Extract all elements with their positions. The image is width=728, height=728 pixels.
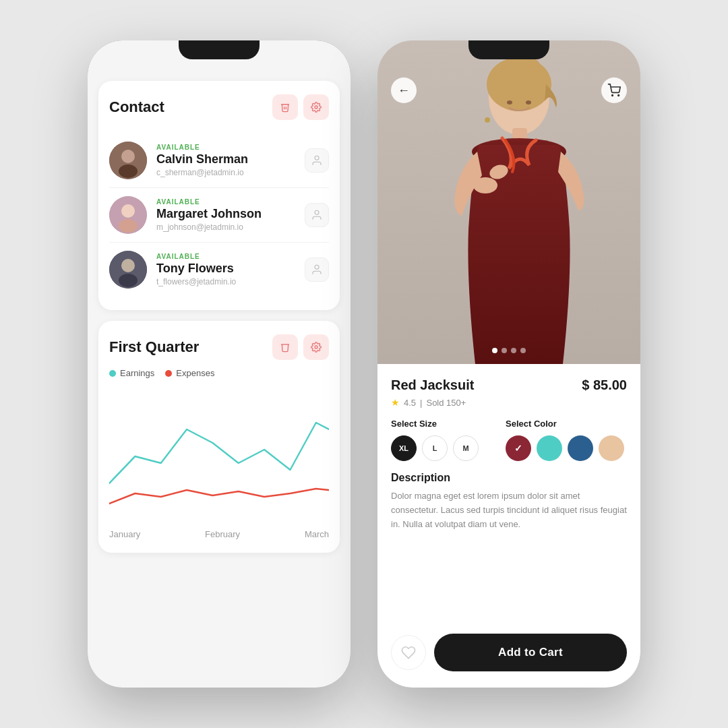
contact-info-1: AVAILABLE Calvin Sherman c_sherman@jetad… xyxy=(156,144,305,177)
svg-point-10 xyxy=(121,259,135,272)
earnings-dot xyxy=(109,370,116,377)
contact-action-btn-3[interactable] xyxy=(305,257,329,282)
svg-point-2 xyxy=(121,150,135,163)
heart-icon xyxy=(401,645,416,660)
dot-3 xyxy=(511,348,516,353)
chart-settings-btn[interactable] xyxy=(303,334,329,360)
svg-point-11 xyxy=(119,274,138,287)
contacts-settings-btn[interactable] xyxy=(303,94,329,120)
size-label: Select Size xyxy=(391,419,479,429)
contact-name-3: Tony Flowers xyxy=(156,262,305,276)
back-button[interactable]: ← xyxy=(391,78,417,103)
svg-point-12 xyxy=(315,265,319,269)
dot-4 xyxy=(520,348,526,353)
chart-labels: January February March xyxy=(109,524,329,539)
notch-1 xyxy=(179,40,260,59)
sold-count: Sold 150+ xyxy=(426,398,466,408)
color-label: Select Color xyxy=(506,419,624,429)
contacts-title: Contact xyxy=(109,98,164,116)
options-row: Select Size XL L M Select Color xyxy=(391,419,627,461)
back-icon: ← xyxy=(398,84,410,98)
contact-email-2: m_johnson@jetadmin.io xyxy=(156,222,305,232)
star-icon: ★ xyxy=(391,397,400,408)
wishlist-button[interactable] xyxy=(391,635,426,670)
cart-button[interactable] xyxy=(601,78,627,103)
legend-earnings: Earnings xyxy=(109,368,154,378)
contact-action-btn-2[interactable] xyxy=(305,203,329,227)
contact-email-1: c_sherman@jetadmin.io xyxy=(156,168,305,177)
contact-available-1: AVAILABLE xyxy=(156,144,305,151)
contact-item-3: AVAILABLE Tony Flowers t_flowers@jetadmi… xyxy=(109,243,329,297)
contact-email-3: t_flowers@jetadmin.io xyxy=(156,277,305,286)
svg-point-6 xyxy=(121,204,135,218)
svg-point-3 xyxy=(119,164,138,178)
size-options: XL L M xyxy=(391,435,479,461)
color-burgundy[interactable] xyxy=(506,435,531,461)
color-beige[interactable] xyxy=(599,435,624,461)
size-option-group: Select Size XL L M xyxy=(391,419,479,461)
product-rating: ★ 4.5 | Sold 150+ xyxy=(391,397,627,408)
chart-card: First Quarter xyxy=(98,321,340,553)
chart-label-feb: February xyxy=(205,529,240,539)
svg-point-8 xyxy=(315,210,319,214)
rating-value: 4.5 xyxy=(404,398,416,408)
contacts-card: Contact xyxy=(98,81,340,310)
svg-point-13 xyxy=(315,346,317,348)
svg-point-7 xyxy=(119,219,138,233)
contact-name-1: Calvin Sherman xyxy=(156,152,305,166)
color-option-group: Select Color xyxy=(506,419,624,461)
size-xl[interactable]: XL xyxy=(391,435,417,461)
contact-available-3: AVAILABLE xyxy=(156,253,305,260)
expenses-dot xyxy=(165,370,172,377)
chart-legend: Earnings Expenses xyxy=(109,368,329,378)
size-l[interactable]: L xyxy=(422,435,448,461)
legend-expenses: Expenses xyxy=(165,368,214,378)
chart-label-mar: March xyxy=(305,529,329,539)
image-dots xyxy=(492,348,526,353)
svg-point-26 xyxy=(618,95,619,96)
contact-available-2: AVAILABLE xyxy=(156,198,305,206)
contact-info-2: AVAILABLE Margaret Johnson m_johnson@jet… xyxy=(156,198,305,232)
rating-separator: | xyxy=(420,398,422,408)
color-options xyxy=(506,435,624,461)
product-header: Red Jacksuit $ 85.00 xyxy=(391,377,627,393)
contact-name-2: Margaret Johnson xyxy=(156,207,305,221)
color-teal[interactable] xyxy=(537,435,562,461)
bottom-actions: Add to Cart xyxy=(377,634,640,688)
chart-area xyxy=(109,389,329,524)
contacts-delete-btn[interactable] xyxy=(272,94,298,120)
avatar-1 xyxy=(109,142,147,179)
notch-2 xyxy=(468,40,549,59)
description-title: Description xyxy=(391,472,627,484)
dot-2 xyxy=(502,348,507,353)
avatar-3 xyxy=(109,251,147,289)
svg-point-20 xyxy=(473,177,497,193)
chart-title: First Quarter xyxy=(109,338,199,356)
dot-1 xyxy=(492,348,497,353)
svg-point-4 xyxy=(315,156,319,160)
product-name: Red Jacksuit xyxy=(391,377,474,393)
add-to-cart-button[interactable]: Add to Cart xyxy=(434,634,627,671)
contact-info-3: AVAILABLE Tony Flowers t_flowers@jetadmi… xyxy=(156,253,305,286)
size-m[interactable]: M xyxy=(453,435,479,461)
svg-point-24 xyxy=(526,100,531,104)
product-image-area: ← xyxy=(377,40,640,364)
contact-action-btn-1[interactable] xyxy=(305,148,329,173)
phone-2: ← xyxy=(377,40,640,688)
contact-item-1: AVAILABLE Calvin Sherman c_sherman@jetad… xyxy=(109,133,329,188)
phone-1: Contact xyxy=(88,40,351,688)
svg-point-22 xyxy=(485,117,490,123)
color-navy[interactable] xyxy=(568,435,593,461)
description-text: Dolor magna eget est lorem ipsum dolor s… xyxy=(391,489,627,531)
svg-point-25 xyxy=(612,95,613,96)
product-price: $ 85.00 xyxy=(582,377,627,393)
chart-delete-btn[interactable] xyxy=(272,334,298,360)
chart-label-jan: January xyxy=(109,529,140,539)
earnings-label: Earnings xyxy=(120,368,154,378)
cart-icon xyxy=(607,84,621,97)
contact-item-2: AVAILABLE Margaret Johnson m_johnson@jet… xyxy=(109,188,329,243)
avatar-2 xyxy=(109,196,147,234)
product-details: Red Jacksuit $ 85.00 ★ 4.5 | Sold 150+ S… xyxy=(377,364,640,634)
svg-point-0 xyxy=(315,106,317,109)
expenses-label: Expenses xyxy=(176,368,214,378)
